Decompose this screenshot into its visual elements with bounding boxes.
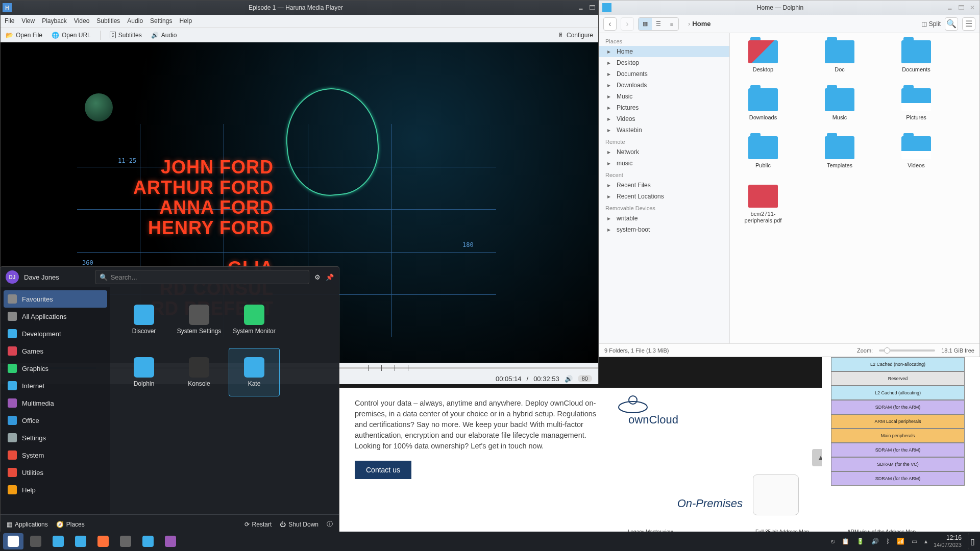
dolphin-file-view[interactable]: DesktopDocDocumentsDownloadsMusicPicture… bbox=[730, 33, 979, 343]
sidebar-item-home[interactable]: ▸Home bbox=[599, 46, 729, 57]
breadcrumb-home[interactable]: Home bbox=[692, 20, 710, 28]
menu-view[interactable]: View bbox=[21, 17, 35, 24]
sidebar-item-recent-files[interactable]: ▸Recent Files bbox=[599, 180, 729, 191]
sidebar-item-writable[interactable]: ▸writable bbox=[599, 213, 729, 224]
menu-subtitles[interactable]: Subtitles bbox=[96, 17, 120, 24]
volume-icon[interactable]: 🔊 bbox=[565, 375, 573, 383]
bluetooth-icon[interactable]: ᛒ bbox=[886, 538, 890, 545]
file-pictures[interactable]: Pictures bbox=[893, 88, 939, 121]
sidebar-item-desktop[interactable]: ▸Desktop bbox=[599, 57, 729, 68]
category-multimedia[interactable]: Multimedia bbox=[1, 394, 110, 412]
task-kate[interactable] bbox=[138, 533, 158, 549]
task-firefox[interactable] bbox=[93, 533, 113, 549]
sidebar-item-documents[interactable]: ▸Documents bbox=[599, 68, 729, 80]
breadcrumb[interactable]: › Home bbox=[688, 20, 917, 28]
search-input[interactable]: 🔍 Search... bbox=[95, 270, 309, 284]
subtitles-button[interactable]: 🄲Subtitles bbox=[110, 32, 142, 39]
category-favourites[interactable]: Favourites bbox=[4, 290, 107, 308]
icons-view-button[interactable]: ▦ bbox=[639, 18, 652, 30]
haruna-titlebar[interactable]: H Episode 1 — Haruna Media Player 🗕 🗖 bbox=[1, 1, 598, 15]
hamburger-menu-button[interactable]: ☰ bbox=[962, 17, 975, 31]
volume-tray-icon[interactable]: 🔊 bbox=[871, 538, 879, 545]
sidebar-item-recent-locations[interactable]: ▸Recent Locations bbox=[599, 191, 729, 202]
app-dolphin[interactable]: Dolphin bbox=[118, 348, 169, 396]
app-discover[interactable]: Discover bbox=[118, 295, 169, 344]
tray-expand-icon[interactable]: ▴ bbox=[924, 538, 927, 545]
compact-view-button[interactable]: ☰ bbox=[652, 18, 665, 30]
forward-button[interactable]: › bbox=[621, 17, 634, 31]
audio-button[interactable]: 🔊Audio bbox=[151, 32, 177, 39]
sidebar-item-system-boot[interactable]: ▸system-boot bbox=[599, 224, 729, 235]
menu-settings[interactable]: Settings bbox=[150, 17, 172, 24]
avatar[interactable]: DJ bbox=[6, 270, 19, 284]
task-discover[interactable] bbox=[48, 533, 68, 549]
app-system-monitor[interactable]: System Monitor bbox=[229, 295, 280, 344]
task-image-viewer[interactable] bbox=[160, 533, 181, 549]
sidebar-item-network[interactable]: ▸Network bbox=[599, 146, 729, 158]
app-kate[interactable]: Kate bbox=[229, 348, 280, 396]
info-icon[interactable]: ⓘ bbox=[327, 520, 333, 529]
pin-icon[interactable]: 📌 bbox=[326, 273, 334, 281]
file-desktop[interactable]: Desktop bbox=[740, 40, 786, 73]
close-icon[interactable]: ✕ bbox=[968, 4, 976, 12]
task-dolphin[interactable] bbox=[70, 533, 91, 549]
contact-us-button[interactable]: Contact us bbox=[355, 461, 411, 479]
menu-playback[interactable]: Playback bbox=[42, 17, 67, 24]
file-bcm2711-peripherals-pdf[interactable]: bcm2711-peripherals.pdf bbox=[740, 185, 786, 224]
menu-video[interactable]: Video bbox=[74, 17, 89, 24]
sidebar-item-pictures[interactable]: ▸Pictures bbox=[599, 102, 729, 113]
category-help[interactable]: Help bbox=[1, 481, 110, 498]
file-videos[interactable]: Videos bbox=[893, 136, 939, 169]
sidebar-item-music[interactable]: ▸music bbox=[599, 158, 729, 169]
restart-button[interactable]: ⟳Restart bbox=[244, 521, 272, 528]
filter-icon[interactable]: ⚙ bbox=[314, 273, 321, 281]
minimize-icon[interactable]: 🗕 bbox=[946, 4, 954, 12]
back-button[interactable]: ‹ bbox=[603, 17, 617, 31]
notifications-icon[interactable]: ▭ bbox=[912, 538, 917, 545]
menu-file[interactable]: File bbox=[5, 17, 14, 24]
sidebar-item-videos[interactable]: ▸Videos bbox=[599, 113, 729, 124]
minimize-icon[interactable]: 🗕 bbox=[577, 4, 585, 12]
split-button[interactable]: ◫Split bbox=[921, 20, 941, 28]
category-utilities[interactable]: Utilities bbox=[1, 464, 110, 481]
category-internet[interactable]: Internet bbox=[1, 377, 110, 394]
category-office[interactable]: Office bbox=[1, 412, 110, 429]
category-games[interactable]: Games bbox=[1, 342, 110, 360]
file-documents[interactable]: Documents bbox=[893, 40, 939, 73]
file-templates[interactable]: Templates bbox=[817, 136, 863, 169]
search-button[interactable]: 🔍 bbox=[945, 17, 958, 31]
clock[interactable]: 12:16 14/07/2023 bbox=[929, 535, 966, 547]
maximize-icon[interactable]: 🗖 bbox=[588, 4, 596, 12]
volume-value[interactable]: 80 bbox=[578, 375, 592, 382]
battery-icon[interactable]: 🔋 bbox=[856, 538, 864, 545]
network-icon[interactable]: 📶 bbox=[897, 538, 904, 545]
usb-icon[interactable]: ⎋ bbox=[831, 538, 835, 545]
category-settings[interactable]: Settings bbox=[1, 429, 110, 446]
places-tab[interactable]: 🧭Places bbox=[56, 521, 85, 528]
app-konsole[interactable]: Konsole bbox=[174, 348, 225, 396]
file-music[interactable]: Music bbox=[817, 88, 863, 121]
configure-button[interactable]: 🎚Configure bbox=[558, 32, 593, 39]
sidebar-item-downloads[interactable]: ▸Downloads bbox=[599, 80, 729, 91]
category-development[interactable]: Development bbox=[1, 325, 110, 342]
file-downloads[interactable]: Downloads bbox=[740, 88, 786, 121]
menu-help[interactable]: Help bbox=[179, 17, 192, 24]
open-file-button[interactable]: 📂Open File bbox=[6, 32, 42, 39]
menu-audio[interactable]: Audio bbox=[127, 17, 143, 24]
task-task-manager[interactable] bbox=[26, 533, 46, 549]
file-doc[interactable]: Doc bbox=[817, 40, 863, 73]
app-system-settings[interactable]: System Settings bbox=[174, 295, 225, 344]
clipboard-icon[interactable]: 📋 bbox=[842, 538, 849, 545]
open-url-button[interactable]: 🌐Open URL bbox=[52, 32, 91, 39]
show-desktop-button[interactable]: ▯ bbox=[968, 533, 977, 549]
shutdown-button[interactable]: ⏻Shut Down bbox=[280, 521, 318, 528]
dolphin-titlebar[interactable]: Home — Dolphin 🗕 🗖 ✕ bbox=[599, 1, 979, 15]
details-view-button[interactable]: ≡ bbox=[665, 18, 678, 30]
maximize-icon[interactable]: 🗖 bbox=[957, 4, 965, 12]
sidebar-item-wastebin[interactable]: ▸Wastebin bbox=[599, 124, 729, 136]
file-public[interactable]: Public bbox=[740, 136, 786, 169]
zoom-slider[interactable] bbox=[879, 349, 935, 352]
task-haruna[interactable] bbox=[115, 533, 136, 549]
task-start[interactable] bbox=[3, 533, 23, 549]
applications-tab[interactable]: ▦Applications bbox=[7, 521, 48, 528]
